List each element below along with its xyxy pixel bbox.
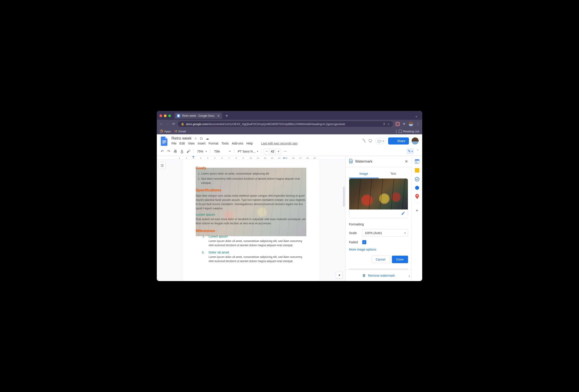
vertical-scrollbar[interactable] xyxy=(343,165,345,209)
star-icon[interactable]: ☆ xyxy=(194,137,197,141)
tab-text[interactable]: Text xyxy=(379,170,408,178)
menu-view[interactable]: View xyxy=(188,142,195,145)
maps-icon[interactable] xyxy=(415,194,419,199)
cancel-button[interactable]: Cancel xyxy=(371,256,390,263)
faded-checkbox[interactable]: ✓ xyxy=(362,240,366,244)
minimize-window-icon[interactable] xyxy=(164,114,166,117)
close-panel-button[interactable]: ✕ xyxy=(405,159,408,164)
more-tools-button[interactable]: ⋯ xyxy=(282,148,289,154)
docs-favicon-icon xyxy=(177,114,180,117)
zoom-select[interactable]: 75%▾ xyxy=(195,149,209,154)
collapse-toolbar-button[interactable]: ˆ xyxy=(416,149,420,154)
menu-format[interactable]: Format xyxy=(209,142,218,145)
document-page[interactable]: Goals Lorem ipsum dolor sit amet, consec… xyxy=(182,159,320,281)
style-select[interactable]: Title▾ xyxy=(212,149,232,154)
ruler-tick: 1 xyxy=(179,157,180,159)
milestone-item[interactable]: I. Lorem ipsum Lorem ipsum dolor sit ame… xyxy=(200,234,306,247)
font-select[interactable]: PT Sans N…▾ xyxy=(236,149,260,154)
profile-avatar-icon[interactable] xyxy=(409,122,413,126)
chrome-top: Retro week - Google Docs ✕ + ⌄ ← → ⟳ 🔒 d… xyxy=(157,111,422,134)
editing-mode-button[interactable]: ✎ ▾ xyxy=(407,148,414,154)
menu-help[interactable]: Help xyxy=(246,142,253,145)
rail-separator xyxy=(415,203,420,203)
heading-specifications[interactable]: Specifications xyxy=(196,188,306,192)
edit-image-button[interactable] xyxy=(401,211,405,215)
print-button[interactable]: 🖶 xyxy=(172,149,178,154)
share-button[interactable]: 👤 Share xyxy=(388,137,409,145)
font-size-increase[interactable]: + xyxy=(276,149,281,154)
reading-list-icon xyxy=(399,130,402,133)
done-button[interactable]: Done xyxy=(392,256,408,263)
cloud-status-icon[interactable]: ☁ xyxy=(206,137,209,141)
extension-icon[interactable] xyxy=(396,122,400,126)
lock-icon[interactable]: 🔒 xyxy=(181,122,184,125)
redo-button[interactable]: ↷ xyxy=(166,148,171,154)
ruler-right-indent-icon[interactable] xyxy=(283,158,285,159)
docs-logo-icon[interactable] xyxy=(160,136,168,146)
chrome-menu-icon[interactable]: ⋮ xyxy=(416,122,420,126)
ruler-tick: 10 xyxy=(250,157,252,159)
maximize-window-icon[interactable] xyxy=(168,114,171,117)
lorem-paragraph[interactable]: Duis autem vel eum iriure dolor in hendr… xyxy=(196,217,306,225)
side-panel-collapse-icon[interactable]: › xyxy=(409,274,410,278)
ruler-tick: 11 xyxy=(257,157,259,159)
milestone-item[interactable]: II. Dolor sit amet Lorem ipsum dolor sit… xyxy=(200,250,306,263)
last-edit-link[interactable]: Last edit was seconds ago xyxy=(261,142,298,145)
close-window-icon[interactable] xyxy=(159,114,162,117)
list-item[interactable]: Sed diam nonummy nibh euismod tincidunt … xyxy=(201,177,306,185)
undo-button[interactable]: ↶ xyxy=(159,148,165,154)
address-bar[interactable]: 🔒 docs.google.com/document/d/1xG1zOE4X_H… xyxy=(178,121,393,127)
scale-select[interactable]: 100% (Auto) ▾ xyxy=(362,229,408,237)
menu-tools[interactable]: Tools xyxy=(221,142,229,145)
gmail-icon: M xyxy=(174,129,177,133)
ruler[interactable]: 112345678910111213141516171819 xyxy=(157,156,345,159)
reload-icon[interactable]: ⟳ xyxy=(172,122,175,126)
font-size-decrease[interactable]: − xyxy=(264,149,269,154)
heading-milestones[interactable]: Milestones xyxy=(196,229,306,233)
browser-window: Retro week - Google Docs ✕ + ⌄ ← → ⟳ 🔒 d… xyxy=(157,111,422,281)
move-icon[interactable]: 🗀 xyxy=(200,137,203,140)
bookmark-icon[interactable]: ☆ xyxy=(387,122,390,126)
canvas-scroll[interactable]: Goals Lorem ipsum dolor sit amet, consec… xyxy=(157,159,345,281)
tab-close-icon[interactable]: ✕ xyxy=(217,114,220,117)
present-button[interactable]: ▢↑ ▾ xyxy=(375,138,385,144)
tasks-icon[interactable] xyxy=(415,177,419,181)
svg-rect-2 xyxy=(162,143,165,143)
new-tab-button[interactable]: + xyxy=(224,113,230,118)
tabs-menu-button[interactable]: ⌄ xyxy=(415,114,420,118)
goals-list[interactable]: Lorem ipsum dolor sit amet, consectetuer… xyxy=(196,172,306,185)
more-image-options-link[interactable]: More image options xyxy=(349,248,408,251)
contacts-icon[interactable] xyxy=(415,186,419,190)
specs-paragraph[interactable]: Nam liber tempor cum soluta nobis eleife… xyxy=(196,194,306,210)
reading-list-button[interactable]: │ Reading List xyxy=(396,130,419,133)
apps-bookmark[interactable]: Apps xyxy=(160,130,171,133)
menu-file[interactable]: File xyxy=(171,142,176,145)
share-url-icon[interactable]: ⇪ xyxy=(383,122,385,126)
heading-goals[interactable]: Goals xyxy=(196,166,306,170)
browser-tab[interactable]: Retro week - Google Docs ✕ xyxy=(174,113,222,119)
activity-icon[interactable]: 〽 xyxy=(362,139,366,143)
explore-button[interactable]: ✦ xyxy=(336,272,343,279)
gmail-bookmark[interactable]: M Gmail xyxy=(174,129,186,133)
remove-watermark-button[interactable]: 🗑 Remove watermark xyxy=(346,270,412,281)
tab-image[interactable]: Image xyxy=(349,170,379,178)
menu-addons[interactable]: Add-ons xyxy=(232,142,243,145)
font-size-input[interactable] xyxy=(269,149,276,154)
paint-format-button[interactable]: 🖌 xyxy=(185,149,192,154)
comments-icon[interactable]: 🗨 xyxy=(368,139,372,143)
keep-icon[interactable] xyxy=(415,168,419,172)
user-avatar[interactable] xyxy=(412,137,419,145)
outline-toggle-button[interactable]: ☰ xyxy=(158,162,166,169)
menu-edit[interactable]: Edit xyxy=(180,142,185,145)
forward-icon[interactable]: → xyxy=(166,122,169,126)
calendar-icon[interactable] xyxy=(415,159,419,164)
back-icon[interactable]: ← xyxy=(159,122,163,126)
menu-insert[interactable]: Insert xyxy=(198,142,206,145)
heading-lorem[interactable]: Lorem Ipsum xyxy=(196,213,306,216)
docs-header-right: 〽 🗨 ▢↑ ▾ 👤 Share xyxy=(362,136,419,145)
document-title[interactable]: Retro week xyxy=(171,136,192,141)
extensions-puzzle-icon[interactable]: ✦ xyxy=(403,122,406,126)
spellcheck-button[interactable]: A̲ xyxy=(179,148,184,154)
add-addon-button[interactable]: + xyxy=(416,208,419,214)
list-item[interactable]: Lorem ipsum dolor sit amet, consectetuer… xyxy=(201,172,306,176)
